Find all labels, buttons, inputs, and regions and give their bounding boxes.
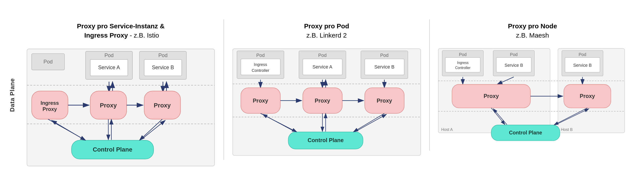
title-bold-maesh: Proxy pro Node <box>508 22 557 30</box>
svg-text:Pod: Pod <box>459 52 467 57</box>
title-bold-linkerd: Proxy pro Pod <box>304 22 349 30</box>
title-normal-linkerd: z.B. Linkerd 2 <box>306 32 346 39</box>
svg-text:Proxy: Proxy <box>154 102 171 109</box>
svg-text:Proxy: Proxy <box>43 106 57 112</box>
svg-text:Proxy: Proxy <box>253 98 268 104</box>
section-linkerd: Proxy pro Pod z.B. Linkerd 2 Pod Ingress… <box>224 19 430 160</box>
svg-text:Pod: Pod <box>318 53 326 58</box>
svg-text:Pod: Pod <box>256 53 265 58</box>
diagram-maesh: Host A Host B Pod Ingress Controller Pod… <box>436 46 628 148</box>
svg-text:Proxy: Proxy <box>314 98 330 104</box>
diagram-linkerd: Pod Ingress Controller Pod Service A Pod… <box>230 46 423 158</box>
svg-text:Proxy: Proxy <box>376 98 392 104</box>
svg-text:Host B: Host B <box>561 128 573 132</box>
section-title-linkerd: Proxy pro Pod z.B. Linkerd 2 <box>304 22 349 40</box>
data-plane-label: Data Plane <box>9 78 16 112</box>
svg-text:Controller: Controller <box>455 66 470 70</box>
svg-text:Service B: Service B <box>374 64 394 70</box>
section-istio: Proxy pro Service-Instanz & Ingress Prox… <box>18 19 224 171</box>
svg-text:Pod: Pod <box>158 52 168 58</box>
svg-text:Pod: Pod <box>579 52 586 57</box>
section-title-istio: Proxy pro Service-Instanz & Ingress Prox… <box>77 22 164 40</box>
svg-text:Service A: Service A <box>312 64 332 70</box>
svg-text:Pod: Pod <box>104 52 114 58</box>
section-maesh: Proxy pro Node z.B. Maesh Host A Host B … <box>429 19 635 151</box>
section-title-maesh: Proxy pro Node z.B. Maesh <box>508 22 557 40</box>
svg-text:Control Plane: Control Plane <box>509 130 542 136</box>
title-normal-istio: - z.B. Istio <box>128 32 159 39</box>
svg-text:Service A: Service A <box>98 65 120 70</box>
svg-text:Control Plane: Control Plane <box>308 137 344 144</box>
title-normal-maesh: z.B. Maesh <box>516 32 549 39</box>
svg-text:Proxy: Proxy <box>580 93 595 99</box>
svg-text:Pod: Pod <box>44 59 53 64</box>
svg-rect-78 <box>445 58 480 72</box>
svg-text:Controller: Controller <box>252 68 269 73</box>
svg-text:Host A: Host A <box>441 128 453 132</box>
svg-text:Ingress: Ingress <box>457 60 469 64</box>
svg-text:Service B: Service B <box>152 65 174 70</box>
svg-text:Proxy: Proxy <box>100 102 117 109</box>
diagram-istio: Pod Pod Service A Pod Service B <box>24 46 217 168</box>
main-container: Data Plane Proxy pro Service-Instanz & I… <box>0 15 644 175</box>
svg-text:Service B: Service B <box>505 63 523 68</box>
svg-text:Control Plane: Control Plane <box>93 146 132 153</box>
svg-text:Ingress: Ingress <box>40 100 59 106</box>
svg-text:Ingress: Ingress <box>254 62 267 67</box>
svg-text:Service B: Service B <box>573 63 592 68</box>
svg-text:Pod: Pod <box>510 52 518 57</box>
svg-text:Pod: Pod <box>380 53 388 58</box>
svg-text:Proxy: Proxy <box>484 93 499 99</box>
